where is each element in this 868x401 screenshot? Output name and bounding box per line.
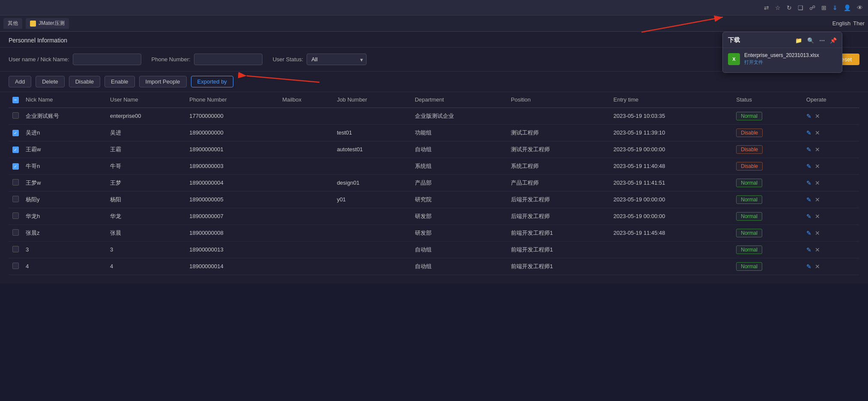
status-badge: Normal xyxy=(736,112,762,120)
row-operate: ✎ ✕ xyxy=(803,158,859,174)
disable-button[interactable]: Disable xyxy=(69,76,100,87)
delete-icon[interactable]: ✕ xyxy=(815,263,820,270)
delete-icon[interactable]: ✕ xyxy=(815,230,820,236)
row-job-number xyxy=(334,208,412,224)
row-job-number: design01 xyxy=(334,174,412,191)
row-entry-time: 2023-05-19 10:03:35 xyxy=(610,108,733,124)
row-checkbox[interactable] xyxy=(12,263,19,269)
tab-jmater[interactable]: JMater压测 xyxy=(26,18,69,29)
tab-other[interactable]: 其他 xyxy=(3,18,22,29)
star-icon[interactable]: ☆ xyxy=(775,4,781,11)
row-operate: ✎ ✕ xyxy=(803,208,859,224)
username-filter-group: User name / Nick Name: xyxy=(9,54,141,65)
header-checkbox[interactable] xyxy=(12,97,19,103)
english-lang[interactable]: English xyxy=(832,20,851,27)
row-checkbox[interactable] xyxy=(12,246,19,252)
header-department: Department xyxy=(412,92,507,108)
download-file-info: Enterprise_users_20231013.xlsx 打开文件 xyxy=(744,52,837,66)
edit-icon[interactable]: ✎ xyxy=(806,180,811,186)
row-operate: ✎ ✕ xyxy=(803,191,859,208)
download-folder-icon[interactable]: 📁 xyxy=(795,37,802,44)
row-user-name: enterprise00 xyxy=(107,108,186,124)
edit-icon[interactable]: ✎ xyxy=(806,113,811,120)
download-pin-icon[interactable]: 📌 xyxy=(830,37,837,44)
svg-line-3 xyxy=(247,76,319,82)
bookmark-icon[interactable]: ☍ xyxy=(809,4,815,11)
status-badge: Disable xyxy=(736,129,763,137)
delete-icon[interactable]: ✕ xyxy=(815,180,820,186)
table-row: 王霸w王霸18900000001autotest01自动组测试开发工程师2023… xyxy=(9,141,859,158)
phone-input[interactable] xyxy=(194,54,262,65)
tablet-icon[interactable]: ❑ xyxy=(798,4,803,11)
import-people-button[interactable]: Import People xyxy=(139,76,187,87)
row-department: 自动组 xyxy=(412,241,507,258)
download-open-link[interactable]: 打开文件 xyxy=(744,59,837,66)
status-filter-group: User Status: All Normal Disable xyxy=(273,54,367,65)
refresh-icon[interactable]: ↻ xyxy=(787,4,792,11)
row-checkbox[interactable] xyxy=(12,212,19,219)
edit-icon[interactable]: ✎ xyxy=(806,129,811,136)
row-checkbox[interactable] xyxy=(12,147,19,153)
row-entry-time: 2023-05-19 11:45:48 xyxy=(610,224,733,241)
delete-icon[interactable]: ✕ xyxy=(815,196,820,203)
row-operate: ✎ ✕ xyxy=(803,241,859,258)
status-select[interactable]: All Normal Disable xyxy=(307,54,367,65)
edit-icon[interactable]: ✎ xyxy=(806,230,811,236)
translate-icon[interactable]: ⇄ xyxy=(764,4,769,11)
enable-button[interactable]: Enable xyxy=(104,76,134,87)
row-nick-name: 牛哥n xyxy=(22,158,107,174)
header-position: Position xyxy=(507,92,610,108)
delete-button[interactable]: Delete xyxy=(36,76,65,87)
row-status: Disable xyxy=(733,158,803,174)
row-checkbox-cell xyxy=(9,208,22,224)
row-phone: 18900000008 xyxy=(186,224,279,241)
username-input[interactable] xyxy=(73,54,141,65)
row-department: 功能组 xyxy=(412,124,507,141)
edit-icon[interactable]: ✎ xyxy=(806,246,811,253)
delete-icon[interactable]: ✕ xyxy=(815,163,820,170)
edit-icon[interactable]: ✎ xyxy=(806,263,811,270)
row-phone: 18900000005 xyxy=(186,191,279,208)
row-mailbox xyxy=(279,208,333,224)
download-more-icon[interactable]: ⋯ xyxy=(819,37,825,44)
download-search-icon[interactable]: 🔍 xyxy=(807,37,814,44)
eye-icon[interactable]: 👁 xyxy=(857,4,863,11)
header-mailbox: Mailbox xyxy=(279,92,333,108)
row-checkbox[interactable] xyxy=(12,112,19,119)
arrow-to-download xyxy=(637,9,744,34)
download-icon[interactable]: ⇓ xyxy=(832,4,838,11)
row-checkbox[interactable] xyxy=(12,130,19,136)
delete-icon[interactable]: ✕ xyxy=(815,213,820,220)
row-checkbox[interactable] xyxy=(12,229,19,236)
edit-icon[interactable]: ✎ xyxy=(806,213,811,220)
row-user-name: 杨阳 xyxy=(107,191,186,208)
row-department: 研究院 xyxy=(412,191,507,208)
header-phone: Phone Number xyxy=(186,92,279,108)
row-entry-time xyxy=(610,241,733,258)
delete-icon[interactable]: ✕ xyxy=(815,246,820,253)
row-checkbox[interactable] xyxy=(12,196,19,202)
personnel-table: Nick Name User Name Phone Number Mailbox… xyxy=(9,92,859,275)
row-position: 测试开发工程师 xyxy=(507,141,610,158)
row-position xyxy=(507,108,610,124)
edit-icon[interactable]: ✎ xyxy=(806,163,811,170)
row-status: Normal xyxy=(733,174,803,191)
edit-icon[interactable]: ✎ xyxy=(806,146,811,153)
delete-icon[interactable]: ✕ xyxy=(815,146,820,153)
row-nick-name: 王霸w xyxy=(22,141,107,158)
profile-icon[interactable]: 👤 xyxy=(844,4,851,11)
puzzle-icon[interactable]: ⊞ xyxy=(821,4,826,11)
other-lang[interactable]: Ther xyxy=(853,20,865,27)
phone-label: Phone Number: xyxy=(152,56,191,63)
table-row: 杨阳y杨阳18900000005y01研究院后端开发工程师2023-05-19 … xyxy=(9,191,859,208)
delete-icon[interactable]: ✕ xyxy=(815,113,820,120)
row-phone: 18900000003 xyxy=(186,158,279,174)
tab-other-label: 其他 xyxy=(8,20,18,27)
exported-by-button[interactable]: Exported by xyxy=(191,76,233,87)
add-button[interactable]: Add xyxy=(9,76,31,87)
delete-icon[interactable]: ✕ xyxy=(815,129,820,136)
edit-icon[interactable]: ✎ xyxy=(806,196,811,203)
status-badge: Disable xyxy=(736,145,763,154)
row-checkbox[interactable] xyxy=(12,179,19,186)
row-checkbox[interactable] xyxy=(12,163,19,170)
